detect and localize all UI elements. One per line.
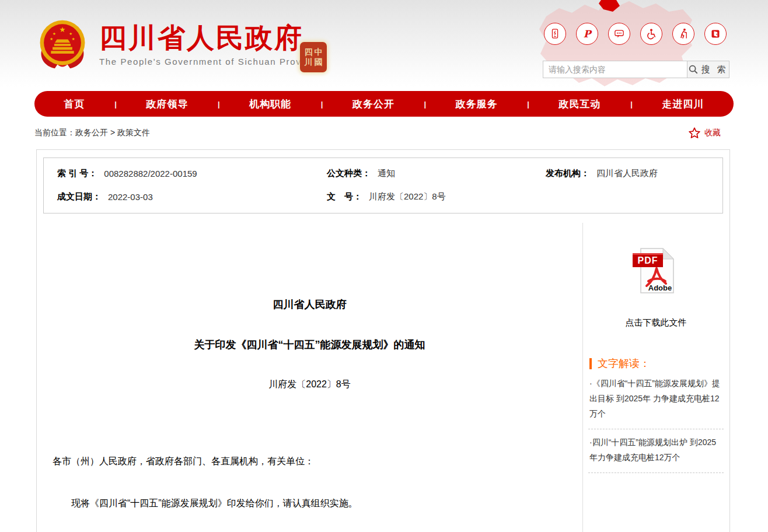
nav-separator: | [218,100,220,108]
svg-text:★: ★ [69,32,72,36]
nav-separator: | [630,100,633,108]
document-paragraph: 各市（州）人民政府，省政府各部门、各直属机构，有关单位： [53,454,565,469]
site-subtitle: The People's Government of Sichuan Provi… [99,57,321,66]
nav-item-about-sichuan[interactable]: 走进四川 [662,97,704,111]
nav-item-interaction[interactable]: 政民互动 [559,97,601,111]
wheelchair-icon[interactable] [640,23,662,45]
breadcrumb-separator: > [110,128,115,137]
p-badge-icon[interactable]: P [576,23,598,45]
breadcrumb-row: 当前位置：政务公开 > 政策文件 收藏 [34,117,734,149]
nav-separator: | [114,100,117,108]
search-input[interactable] [543,61,687,78]
search-icon [688,64,699,75]
nav-item-leaders[interactable]: 政府领导 [146,97,188,111]
nav-item-home[interactable]: 首页 [64,97,85,111]
favorite-button[interactable]: 收藏 [688,127,721,139]
document-sidebar: PDF Adobe 点击下载此文件 文字解读： ·《四川省“十四五”能源发展规划… [582,223,729,532]
nav-separator: | [321,100,323,108]
download-link[interactable]: 点击下载此文件 [588,317,724,328]
national-emblem-icon: ★ ★ ★ ★ ★ [36,18,89,71]
main-nav: 首页 | 政府领导 | 机构职能 | 政务公开 | 政务服务 | 政民互动 | … [34,91,734,117]
nav-separator: | [424,100,427,108]
svg-text:★: ★ [72,37,75,41]
interpretation-title: 文字解读： [598,356,650,370]
mobile-icon[interactable] [544,23,566,45]
document-title: 关于印发《四川省“十四五”能源发展规划》的通知 [37,338,582,352]
message-icon[interactable] [608,23,630,45]
search-button-label: 搜 索 [701,64,728,75]
breadcrumb-prefix: 当前位置： [34,128,75,137]
svg-text:PDF: PDF [638,256,658,265]
svg-text:P: P [584,28,592,40]
site-title: 四川省人民政府 [99,23,321,52]
nav-separator: | [527,100,529,108]
meta-doc-type: 公文种类： 通知 [313,162,532,185]
site-header: ★ ★ ★ ★ ★ 四川省人民政府 The People's Governmen… [0,0,768,88]
meta-issue-date: 成文日期： 2022-03-03 [44,185,313,208]
meta-index-number: 索 引 号： 008282882/2022-00159 [44,162,313,185]
favorite-label: 收藏 [704,128,721,138]
quick-access-icons: P [544,23,727,45]
interpretation-article-link[interactable]: ·四川“十四五”能源规划出炉 到2025年力争建成充电桩12万个 [588,429,724,473]
star-icon [688,127,701,139]
meta-doc-number: 文 号： 川府发〔2022〕8号 [313,185,532,208]
svg-text:★: ★ [50,37,53,41]
breadcrumb: 当前位置：政务公开 > 政策文件 [34,128,150,138]
site-search: 搜 索 [543,61,729,78]
nav-item-functions[interactable]: 机构职能 [249,97,291,111]
breadcrumb-page-link[interactable]: 政策文件 [117,128,150,137]
document-metadata: 索 引 号： 008282882/2022-00159 公文种类： 通知 发布机… [43,158,723,214]
content-panel: 索 引 号： 008282882/2022-00159 公文种类： 通知 发布机… [36,149,730,532]
search-button[interactable]: 搜 索 [687,61,729,78]
meta-issuing-agency: 发布机构： 四川省人民政府 [532,162,722,185]
interpretation-article-link[interactable]: ·《四川省“十四五”能源发展规划》提出目标 到2025年 力争建成充电桩12万个 [588,370,724,429]
svg-text:★: ★ [60,26,66,34]
nav-item-services[interactable]: 政务服务 [456,97,498,111]
document-number: 川府发〔2022〕8号 [37,379,582,391]
svg-text:Adobe: Adobe [648,284,672,292]
document-content: 四川省人民政府 关于印发《四川省“十四五”能源发展规划》的通知 川府发〔2022… [37,223,582,532]
seal-left-column: 四川 [304,47,313,68]
nav-item-gov-info[interactable]: 政务公开 [352,97,395,111]
breadcrumb-section-link[interactable]: 政务公开 [75,128,108,137]
site-logo-link[interactable]: ★ ★ ★ ★ ★ 四川省人民政府 The People's Governmen… [36,18,321,71]
svg-text:★: ★ [53,32,56,36]
elderly-icon[interactable] [672,23,694,45]
document-paragraph: 现将《四川省“十四五”能源发展规划》印发给你们，请认真组织实施。 [53,496,565,511]
section-accent-bar [589,358,592,369]
document-org-title: 四川省人民政府 [37,298,582,312]
interpretation-section-header: 文字解读： [589,356,724,370]
door-icon[interactable] [704,23,727,45]
seal-right-column: 中國 [314,47,323,68]
pdf-download-icon[interactable]: PDF Adobe [629,246,683,298]
meta-empty-cell [532,185,722,208]
china-sichuan-seal-icon: 四川 中國 [300,42,327,72]
